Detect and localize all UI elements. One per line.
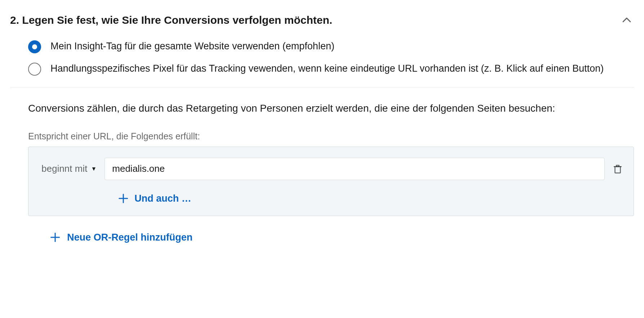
radio-indicator-icon (28, 63, 41, 76)
radio-indicator-icon (28, 40, 41, 53)
rule-panel: beginnt mit ▼ Und auch … (28, 147, 634, 216)
tracking-method-radio-group: Mein Insight-Tag für die gesamte Website… (10, 27, 634, 88)
add-and-condition-button[interactable]: Und auch … (119, 193, 625, 204)
rule-row: beginnt mit ▼ (37, 158, 625, 180)
section-header: 2. Legen Sie fest, wie Sie Ihre Conversi… (10, 0, 634, 27)
match-type-value: beginnt mit (41, 163, 87, 174)
chevron-up-icon (621, 14, 633, 26)
plus-icon (50, 233, 60, 242)
rules-field-label: Entspricht einer URL, die Folgendes erfü… (28, 131, 634, 142)
trash-icon (612, 164, 623, 174)
conversion-tracking-section: 2. Legen Sie fest, wie Sie Ihre Conversi… (0, 0, 644, 257)
collapse-toggle[interactable] (619, 13, 634, 27)
radio-option-event-pixel[interactable]: Handlungsspezifisches Pixel für das Trac… (28, 62, 634, 76)
radio-label: Mein Insight-Tag für die gesamte Website… (50, 40, 334, 53)
plus-icon (119, 194, 128, 203)
url-rules-subsection: Conversions zählen, die durch das Retarg… (10, 88, 634, 243)
url-input[interactable] (105, 158, 605, 180)
add-and-label: Und auch … (134, 193, 191, 204)
add-or-label: Neue OR-Regel hinzufügen (67, 232, 193, 243)
rules-description: Conversions zählen, die durch das Retarg… (28, 100, 605, 117)
radio-label: Handlungsspezifisches Pixel für das Trac… (50, 62, 604, 76)
section-title: 2. Legen Sie fest, wie Sie Ihre Conversi… (10, 14, 332, 26)
delete-rule-button[interactable] (610, 162, 625, 176)
radio-option-insight-tag[interactable]: Mein Insight-Tag für die gesamte Website… (28, 40, 634, 53)
match-type-select[interactable]: beginnt mit ▼ (37, 163, 99, 174)
caret-down-icon: ▼ (91, 166, 97, 172)
add-or-rule-button[interactable]: Neue OR-Regel hinzufügen (50, 232, 634, 243)
